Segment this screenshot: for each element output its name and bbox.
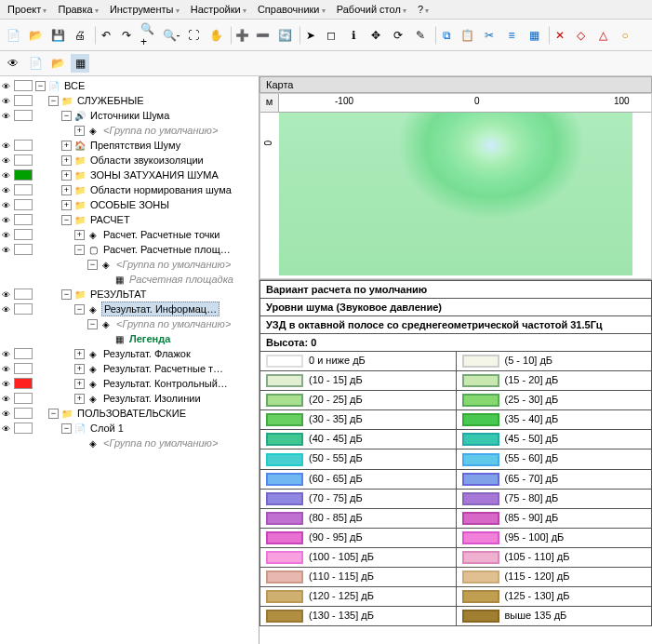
expander-icon[interactable]: +	[74, 126, 85, 136]
layer-color[interactable]	[14, 229, 33, 240]
new-icon[interactable]: 📄	[4, 26, 22, 45]
tree-label[interactable]: Области нормирования шума	[88, 183, 233, 196]
tree-label[interactable]: ВСЕ	[62, 79, 86, 92]
tree-label[interactable]: Результат. Контрольный…	[101, 377, 230, 390]
edit-icon[interactable]: ✎	[411, 26, 430, 45]
expander-icon[interactable]: +	[74, 394, 85, 404]
tree-row[interactable]: −◈<Группа по умолчанию>	[2, 316, 257, 331]
tree-row[interactable]: −📁СЛУЖЕБНЫЕ	[2, 93, 257, 108]
print-icon[interactable]: 🖨	[71, 26, 89, 45]
tree-row[interactable]: +◈Результат. Флажок	[2, 346, 257, 361]
tree-row[interactable]: −◈<Группа по умолчанию>	[2, 257, 257, 272]
menu-item[interactable]: Настройки	[187, 2, 250, 17]
visibility-icon[interactable]	[2, 95, 13, 106]
expander-icon[interactable]: −	[61, 111, 72, 121]
tool4-icon[interactable]: ○	[616, 26, 634, 45]
visibility-icon[interactable]	[2, 229, 13, 240]
layer-color[interactable]	[14, 288, 33, 300]
menu-item[interactable]: Рабочий стол	[333, 2, 410, 17]
view2-icon[interactable]: 📄	[26, 54, 45, 73]
expander-icon[interactable]: +	[61, 141, 72, 151]
expander-icon[interactable]: −	[61, 215, 72, 225]
tree-row[interactable]: −▢Расчет. Расчетные площ…	[2, 242, 257, 257]
layer-del-icon[interactable]: ➖	[253, 26, 272, 45]
tool3-icon[interactable]: △	[593, 26, 612, 45]
tree-label[interactable]: Результат. Изолинии	[101, 392, 203, 405]
tree-row[interactable]: −◈Результат. Информац…	[2, 302, 257, 316]
expander-icon[interactable]: −	[48, 96, 59, 106]
menu-item[interactable]: ?	[414, 2, 432, 17]
tool1-icon[interactable]: ✕	[549, 26, 567, 45]
tree-label[interactable]: <Группа по умолчанию>	[101, 436, 220, 449]
rotate-icon[interactable]: ⟳	[389, 26, 407, 45]
menu-item[interactable]: Проект	[4, 2, 50, 17]
layer-add-icon[interactable]: ➕	[231, 26, 249, 45]
visibility-icon[interactable]	[2, 154, 13, 166]
tree-label[interactable]: Слой 1	[88, 422, 126, 435]
layer-color[interactable]	[14, 199, 33, 210]
menu-item[interactable]: Инструменты	[106, 2, 183, 17]
layer-color[interactable]	[14, 408, 33, 419]
layer-color[interactable]	[14, 423, 33, 434]
layer-color[interactable]	[14, 363, 33, 374]
redo-icon[interactable]: ↷	[117, 26, 136, 45]
layer-color[interactable]	[14, 393, 33, 404]
tree-row[interactable]: +📁Области звукоизоляции	[2, 153, 257, 168]
view3-icon[interactable]: 📂	[48, 54, 67, 73]
layer-color[interactable]	[14, 95, 33, 106]
expander-icon[interactable]: +	[74, 230, 85, 240]
visibility-icon[interactable]	[2, 288, 13, 300]
expander-icon[interactable]: −	[74, 304, 85, 315]
paste-icon[interactable]: 📋	[458, 26, 476, 45]
info-icon[interactable]: ℹ	[344, 26, 363, 45]
move-icon[interactable]: ✥	[366, 26, 385, 45]
layer-color[interactable]	[14, 244, 33, 255]
zoom-extent-icon[interactable]: ⛶	[184, 26, 203, 45]
visibility-icon[interactable]	[2, 199, 13, 210]
tree-row[interactable]: +◈Результат. Контрольный…	[2, 376, 257, 391]
tree-row[interactable]: −📁ПОЛЬЗОВАТЕЛЬСКИЕ	[2, 406, 257, 421]
align-icon[interactable]: ≡	[502, 26, 521, 45]
expander-icon[interactable]: +	[61, 155, 72, 166]
pointer-icon[interactable]: ➤	[299, 26, 318, 45]
expander-icon[interactable]: −	[87, 260, 98, 270]
tree-row[interactable]: −📁РАСЧЕТ	[2, 212, 257, 227]
grid-icon[interactable]: ▦	[525, 26, 543, 45]
tree-row[interactable]: +◈Расчет. Расчетные точки	[2, 227, 257, 242]
open-icon[interactable]: 📂	[26, 26, 45, 45]
tree-row[interactable]: −📁РЕЗУЛЬТАТ	[2, 287, 257, 302]
tree-label[interactable]: <Группа по умолчанию>	[114, 317, 233, 330]
expander-icon[interactable]: −	[48, 409, 59, 419]
tree-label[interactable]: Результат. Информац…	[101, 302, 220, 316]
tree-label[interactable]: ПОЛЬЗОВАТЕЛЬСКИЕ	[75, 407, 188, 420]
expander-icon[interactable]: +	[61, 185, 72, 195]
layer-color[interactable]	[14, 154, 33, 166]
layer-color[interactable]	[14, 184, 33, 195]
map-area[interactable]: м -1000100 0-100-200-300	[259, 93, 652, 279]
tree-row[interactable]: ▦Легенда	[2, 331, 257, 346]
tree-row[interactable]: ▦Расчетная площадка	[2, 272, 257, 287]
tree-label[interactable]: РЕЗУЛЬТАТ	[88, 288, 148, 301]
visibility-icon[interactable]	[2, 214, 13, 225]
tree-label[interactable]: ЗОНЫ ЗАТУХАНИЯ ШУМА	[88, 168, 220, 181]
visibility-icon[interactable]	[2, 408, 13, 419]
tree-row[interactable]: −🔊Источники Шума	[2, 108, 257, 123]
layer-color[interactable]	[14, 110, 33, 121]
visibility-icon[interactable]	[2, 378, 13, 389]
expander-icon[interactable]: −	[35, 81, 46, 91]
tree-label[interactable]: Легенда	[127, 332, 172, 345]
zoom-in-icon[interactable]: 🔍+	[140, 26, 158, 45]
tree-label[interactable]: Расчет. Расчетные площ…	[101, 243, 233, 256]
view1-icon[interactable]: 👁	[4, 54, 22, 73]
cut-icon[interactable]: ✂	[480, 26, 499, 45]
tree-row[interactable]: +📁ОСОБЫЕ ЗОНЫ	[2, 197, 257, 212]
tool2-icon[interactable]: ◇	[571, 26, 590, 45]
visibility-icon[interactable]	[2, 348, 13, 359]
visibility-icon[interactable]	[2, 169, 13, 181]
menu-item[interactable]: Справочники	[254, 2, 329, 17]
tree-label[interactable]: ОСОБЫЕ ЗОНЫ	[88, 198, 171, 211]
visibility-icon[interactable]	[2, 303, 13, 315]
undo-icon[interactable]: ↶	[95, 26, 113, 45]
expander-icon[interactable]: +	[61, 200, 72, 210]
visibility-icon[interactable]	[2, 110, 13, 121]
